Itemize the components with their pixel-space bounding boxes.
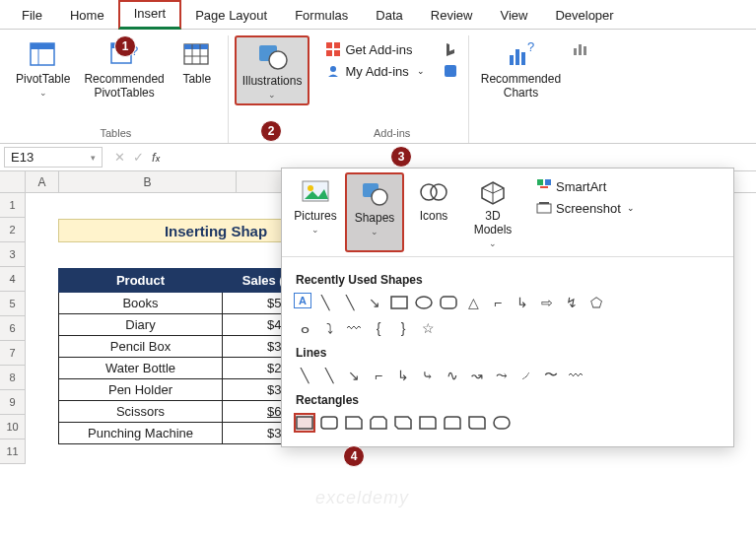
row-10[interactable]: 10	[0, 415, 26, 439]
tab-view[interactable]: View	[486, 4, 541, 29]
recommended-charts-button[interactable]: ? Recommended Charts	[475, 35, 567, 104]
freeform-shape-icon[interactable]: ⴰ	[294, 318, 315, 338]
shapes-button[interactable]: Shapes⌄	[345, 172, 404, 252]
tab-home[interactable]: Home	[56, 4, 118, 29]
tab-developer[interactable]: Developer	[541, 4, 627, 29]
select-all-corner[interactable]	[0, 171, 26, 192]
tab-pagelayout[interactable]: Page Layout	[181, 4, 281, 29]
snip-rect-shape-icon[interactable]	[368, 413, 389, 433]
svg-point-29	[372, 189, 387, 205]
row-8[interactable]: 8	[0, 366, 26, 390]
col-B[interactable]: B	[59, 171, 237, 192]
get-addins-button[interactable]: Get Add-ins	[321, 39, 428, 59]
svg-rect-23	[574, 48, 577, 55]
rectangle-shape-icon[interactable]	[388, 293, 410, 312]
table-row[interactable]: Punching Machine	[59, 423, 223, 444]
tab-review[interactable]: Review	[417, 4, 487, 29]
flowchart-shape-icon[interactable]: ⬠	[585, 293, 607, 312]
table-row[interactable]: Pencil Box	[59, 336, 223, 358]
line-shape-icon[interactable]: ╲	[339, 293, 361, 312]
rectangle-shape-icon[interactable]	[294, 413, 315, 433]
table-row[interactable]: Water Bottle	[59, 358, 223, 379]
icons-button[interactable]: Icons	[404, 172, 463, 252]
connector-shape-icon[interactable]: ↳	[512, 293, 533, 312]
screenshot-button[interactable]: Screenshot⌄	[532, 198, 639, 218]
col-A[interactable]: A	[26, 171, 59, 192]
textbox-shape-icon[interactable]: A	[294, 293, 311, 308]
brace-right-shape-icon[interactable]: }	[392, 318, 414, 338]
hdr-product[interactable]: Product	[59, 269, 223, 293]
line-arrow-shape-icon[interactable]: ↘	[343, 366, 365, 385]
recpivot-label: Recommended PivotTables	[84, 73, 164, 101]
brace-left-shape-icon[interactable]: {	[368, 318, 389, 338]
visio-button[interactable]	[439, 61, 462, 81]
curve-shape-icon[interactable]: ∿	[442, 366, 463, 385]
scribble-shape-icon[interactable]: 〰	[565, 366, 586, 385]
chart-more-button[interactable]	[569, 39, 592, 59]
round-rect-shape-icon[interactable]	[442, 413, 463, 433]
row-3[interactable]: 3	[0, 242, 26, 267]
curve-arrow-shape-icon[interactable]: ⤳	[491, 366, 513, 385]
line-shape-icon[interactable]: ╲	[294, 366, 315, 385]
line-shape-icon[interactable]: ╲	[318, 366, 340, 385]
my-addins-button[interactable]: My Add-ins⌄	[321, 61, 428, 81]
scribble-shape-icon[interactable]: 〰	[343, 318, 365, 338]
table-row[interactable]: Diary	[59, 314, 223, 336]
svg-rect-41	[494, 417, 510, 429]
connector-shape-icon[interactable]: ↳	[392, 366, 414, 385]
row-6[interactable]: 6	[0, 316, 26, 341]
snip-rect-shape-icon[interactable]	[343, 413, 365, 433]
illustrations-button[interactable]: Illustrations ⌄	[235, 35, 310, 105]
line-shape-icon[interactable]: ╲	[314, 293, 336, 312]
tab-insert[interactable]: Insert	[118, 0, 182, 30]
3d-models-button[interactable]: 3D Models⌄	[463, 172, 522, 252]
tab-formulas[interactable]: Formulas	[281, 4, 362, 29]
illustrations-label: Illustrations	[242, 75, 303, 89]
curve-shape-icon[interactable]: ⤵	[318, 318, 340, 338]
recchart-icon: ?	[505, 39, 536, 71]
table-row[interactable]: Scissors	[59, 401, 223, 423]
connector-shape-icon[interactable]: ⌐	[487, 293, 509, 312]
connector-shape-icon[interactable]: ↯	[561, 293, 583, 312]
star-shape-icon[interactable]: ☆	[417, 318, 439, 338]
curve-arrow-shape-icon[interactable]: ↝	[466, 366, 488, 385]
freeform-shape-icon[interactable]: ⟋	[515, 366, 537, 385]
table-row[interactable]: Books	[59, 293, 223, 314]
name-box[interactable]: E13▾	[4, 147, 103, 168]
namebox-value: E13	[11, 150, 34, 165]
formula-bar[interactable]: ✕ ✓ fx	[114, 150, 160, 165]
line-arrow-shape-icon[interactable]: ↘	[364, 293, 385, 312]
table-row[interactable]: Pen Holder	[59, 379, 223, 401]
rounded-rect-shape-icon[interactable]	[438, 293, 459, 312]
row-5[interactable]: 5	[0, 292, 26, 316]
table-button[interactable]: Table	[172, 35, 222, 91]
row-4[interactable]: 4	[0, 267, 26, 292]
connector-shape-icon[interactable]: ⌐	[368, 366, 389, 385]
rounded-rect-shape-icon[interactable]	[318, 413, 340, 433]
connector-shape-icon[interactable]: ⤷	[417, 366, 439, 385]
row-9[interactable]: 9	[0, 390, 26, 415]
round-rect-shape-icon[interactable]	[417, 413, 439, 433]
shapes-icon	[359, 178, 390, 210]
row-11[interactable]: 11	[0, 439, 26, 464]
pivottable-button[interactable]: PivotTable ⌄	[10, 35, 76, 101]
oval-shape-icon[interactable]	[413, 293, 435, 312]
triangle-shape-icon[interactable]: △	[462, 293, 484, 312]
row-1[interactable]: 1	[0, 193, 26, 218]
round-rect-shape-icon[interactable]	[466, 413, 488, 433]
bing-button[interactable]	[439, 39, 462, 59]
pictures-label: Pictures	[294, 210, 336, 224]
fx-icon: fx	[152, 150, 160, 165]
pictures-button[interactable]: Pictures⌄	[286, 172, 345, 252]
round-rect-shape-icon[interactable]	[491, 413, 513, 433]
arrow-shape-icon[interactable]: ⇨	[536, 293, 558, 312]
tab-file[interactable]: File	[8, 4, 56, 29]
tab-data[interactable]: Data	[362, 4, 416, 29]
scribble-shape-icon[interactable]: 〜	[540, 366, 562, 385]
row-7[interactable]: 7	[0, 341, 26, 366]
svg-point-27	[308, 185, 313, 191]
snip-rect-shape-icon[interactable]	[392, 413, 414, 433]
pivottable-label: PivotTable	[16, 73, 70, 87]
smartart-button[interactable]: SmartArt	[532, 176, 639, 196]
row-2[interactable]: 2	[0, 218, 26, 242]
